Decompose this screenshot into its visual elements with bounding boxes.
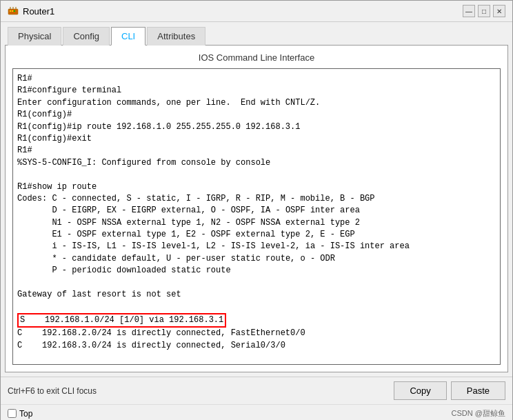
title-bar-left: Router1 — [8, 6, 54, 17]
cli-output: R1# R1#configure terminal Enter configur… — [17, 73, 496, 365]
top-checkbox-text: Top — [19, 409, 32, 419]
top-checkbox-label[interactable]: Top — [8, 409, 32, 419]
section-title: IOS Command Line Interface — [12, 52, 501, 63]
tab-bar: Physical Config CLI Attributes — [1, 22, 512, 45]
tab-physical[interactable]: Physical — [8, 27, 61, 46]
title-bar-controls: — □ ✕ — [463, 5, 505, 17]
footer-bar: Top CSDN @甜鲸鱼 — [1, 404, 512, 420]
top-checkbox[interactable] — [8, 409, 17, 418]
cli-status-text: Ctrl+F6 to exit CLI focus — [8, 386, 97, 396]
window-title: Router1 — [23, 6, 54, 17]
copy-button[interactable]: Copy — [394, 381, 446, 400]
svg-rect-3 — [14, 10, 15, 12]
cli-terminal[interactable]: R1# R1#configure terminal Enter configur… — [12, 68, 501, 365]
tab-attributes[interactable]: Attributes — [147, 27, 205, 46]
svg-rect-1 — [10, 10, 11, 12]
close-button[interactable]: ✕ — [493, 5, 505, 17]
title-bar: Router1 — □ ✕ — [1, 1, 512, 22]
highlighted-route-line: S 192.168.1.0/24 [1/0] via 192.168.3.1 — [17, 313, 226, 328]
svg-rect-2 — [12, 10, 13, 12]
bottom-bar: Ctrl+F6 to exit CLI focus Copy Paste — [1, 377, 512, 404]
action-buttons: Copy Paste — [394, 381, 505, 400]
minimize-button[interactable]: — — [463, 5, 475, 17]
tab-content-cli: IOS Command Line Interface R1# R1#config… — [5, 45, 508, 372]
tab-cli[interactable]: CLI — [111, 27, 145, 46]
watermark: CSDN @甜鲸鱼 — [452, 408, 505, 419]
paste-button[interactable]: Paste — [451, 381, 505, 400]
router-icon — [8, 6, 19, 17]
tab-config[interactable]: Config — [63, 27, 110, 46]
main-window: Router1 — □ ✕ Physical Config CLI Attrib… — [0, 0, 513, 420]
footer-left: Top — [8, 409, 32, 419]
maximize-button[interactable]: □ — [478, 5, 490, 17]
